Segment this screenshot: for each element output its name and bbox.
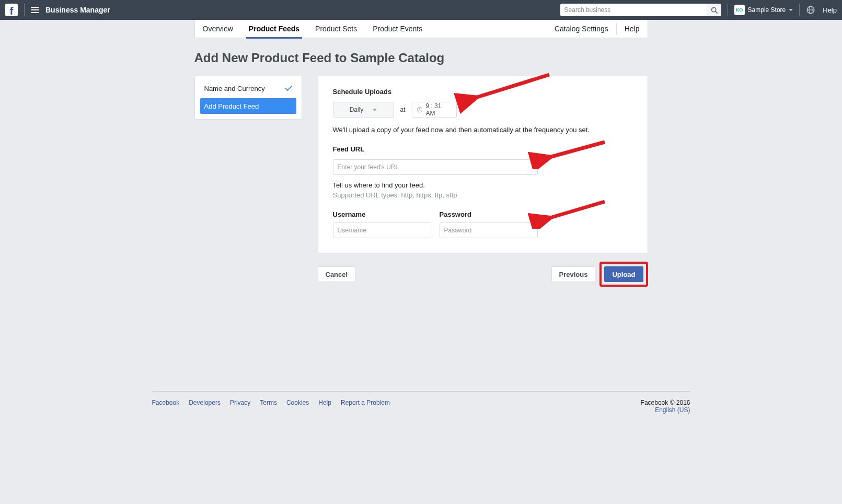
product-feed-form: Schedule Uploads Daily at 9 : 31 AM [318,76,648,253]
wizard-step-label: Add Product Feed [204,102,259,110]
checkmark-icon [285,86,292,91]
wizard-steps: Name and Currency Add Product Feed [194,76,302,120]
account-name: Sample Store [748,6,786,14]
top-nav: f Business Manager KO Sample Store Help [0,0,842,20]
time-value: 9 : 31 AM [425,102,452,117]
notifications-globe-icon[interactable] [806,5,815,15]
footer-link-developers[interactable]: Developers [189,399,221,414]
tab-product-events[interactable]: Product Events [365,20,430,38]
footer-link-report[interactable]: Report a Problem [341,399,390,414]
subnav-help-link[interactable]: Help [617,25,648,33]
form-actions: Cancel Previous Upload [318,262,648,287]
tab-product-sets[interactable]: Product Sets [307,20,365,38]
frequency-value: Daily [350,106,364,113]
sub-nav: Overview Product Feeds Product Sets Prod… [194,20,648,38]
wizard-step-label: Name and Currency [204,85,265,92]
footer-link-facebook[interactable]: Facebook [152,399,180,414]
feed-url-input[interactable] [333,159,538,175]
footer-language[interactable]: English (US) [641,406,690,414]
page-footer: Facebook Developers Privacy Terms Cookie… [152,391,690,435]
search-input[interactable] [560,4,707,16]
at-label: at [400,106,406,113]
footer-link-cookies[interactable]: Cookies [286,399,309,414]
footer-copyright: Facebook © 2016 [641,399,690,406]
cancel-button[interactable]: Cancel [318,266,356,282]
hamburger-icon[interactable] [31,7,39,13]
search-icon [711,7,718,14]
footer-link-privacy[interactable]: Privacy [230,399,250,414]
upload-highlight-box: Upload [599,262,648,287]
catalog-settings-link[interactable]: Catalog Settings [547,25,616,33]
account-badge: KO [734,5,745,15]
chevron-down-icon [373,109,377,111]
footer-link-terms[interactable]: Terms [260,399,277,414]
search-button[interactable] [707,4,721,16]
app-title: Business Manager [45,6,110,14]
annotation-arrow-icon [526,138,610,169]
chevron-down-icon [789,9,793,11]
feed-url-hint: Tell us where to find your feed. [333,181,633,189]
feed-url-supported: Supported URL types: http, https, ftp, s… [333,191,633,199]
account-switcher[interactable]: KO Sample Store [734,5,793,15]
clock-icon [417,107,423,113]
previous-button[interactable]: Previous [551,266,596,282]
password-input[interactable] [440,222,538,238]
username-input[interactable] [333,222,431,238]
wizard-step-name-currency[interactable]: Name and Currency [200,81,296,95]
tab-overview[interactable]: Overview [195,20,241,38]
footer-link-help[interactable]: Help [318,399,331,414]
nav-separator [728,4,728,16]
time-input[interactable]: 9 : 31 AM [412,102,457,118]
schedule-uploads-label: Schedule Uploads [333,88,633,96]
search-wrap [560,4,721,16]
feed-url-label: Feed URL [333,145,633,153]
facebook-logo-icon[interactable]: f [5,4,18,16]
nav-separator [799,4,800,16]
footer-links: Facebook Developers Privacy Terms Cookie… [152,399,390,414]
wizard-step-add-product-feed[interactable]: Add Product Feed [200,98,296,114]
password-label: Password [440,210,538,218]
page-title: Add New Product Feed to Sample Catalog [194,51,648,65]
tab-product-feeds[interactable]: Product Feeds [241,20,307,38]
frequency-select[interactable]: Daily [333,102,394,118]
username-label: Username [333,210,431,218]
nav-separator [24,4,25,16]
help-link[interactable]: Help [823,6,837,14]
upload-button[interactable]: Upload [604,266,643,282]
schedule-hint: We'll upload a copy of your feed now and… [333,126,633,134]
svg-line-1 [715,11,717,13]
